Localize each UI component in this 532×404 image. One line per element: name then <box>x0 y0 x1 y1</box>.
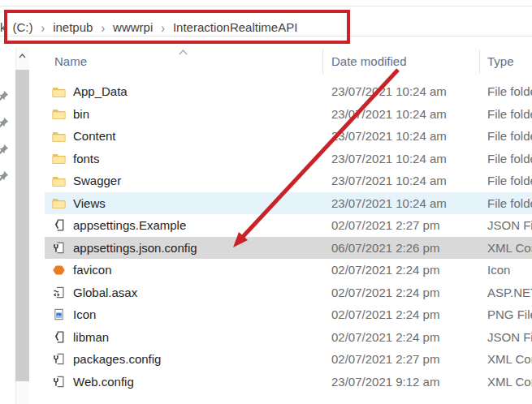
scrollbar-thumb[interactable] <box>15 70 29 381</box>
aspnet-icon <box>51 286 66 299</box>
file-date-modified: 02/07/2021 2:24 pm <box>331 263 487 277</box>
folder-icon <box>51 152 66 165</box>
file-row[interactable]: Web.config23/07/2021 9:12 amXML Configur… <box>45 371 532 393</box>
file-type: File folder <box>487 107 532 121</box>
file-type: Icon <box>487 263 532 277</box>
file-date-modified: 23/07/2021 10:24 am <box>331 152 487 165</box>
json-icon <box>51 219 66 232</box>
file-name: favicon <box>73 263 112 277</box>
file-row[interactable]: Swagger23/07/2021 10:24 amFile folder <box>45 170 532 192</box>
file-row[interactable]: appsettings.json.config06/07/2021 2:26 p… <box>45 237 532 260</box>
file-row[interactable]: packages.config02/07/2021 2:27 pmXML Con… <box>45 348 532 371</box>
file-name: Web.config <box>73 375 134 389</box>
list-header: Name Date modified Type <box>45 47 532 76</box>
file-name: Global.asax <box>73 286 137 299</box>
file-date-modified: 06/07/2021 2:26 pm <box>331 241 487 255</box>
file-row[interactable]: Global.asax02/07/2021 2:24 pmASP.NET Ser… <box>45 282 532 304</box>
file-type: JSON File <box>487 218 532 232</box>
file-date-modified: 02/07/2021 2:24 pm <box>331 330 487 344</box>
file-type: ASP.NET Server Application <box>487 286 532 299</box>
config-icon <box>51 241 66 254</box>
breadcrumb-item[interactable]: inetpub <box>53 20 93 34</box>
column-separator[interactable] <box>479 49 480 74</box>
folder-icon <box>51 130 66 143</box>
folder-icon <box>51 107 66 120</box>
toolbar-divider <box>0 6 532 6</box>
pushpin-icon <box>0 117 9 129</box>
column-separator[interactable] <box>322 49 323 74</box>
file-row[interactable]: favicon02/07/2021 2:24 pmIcon <box>45 259 532 282</box>
config-icon <box>51 375 66 388</box>
file-date-modified: 02/07/2021 2:24 pm <box>331 307 487 321</box>
file-date-modified: 23/07/2021 10:24 am <box>331 107 487 121</box>
column-header-name[interactable]: Name <box>54 54 87 68</box>
file-name: appsettings.Example <box>73 218 186 232</box>
file-type: XML Configuration File <box>487 352 532 366</box>
file-name: fonts <box>73 152 100 165</box>
folder-icon <box>51 196 66 209</box>
breadcrumb-clipped-text: k <box>0 20 6 34</box>
breadcrumb-item[interactable]: InteractionRealtimeAPI <box>173 20 297 34</box>
file-type: XML Configuration File <box>487 375 532 389</box>
file-name: bin <box>73 107 89 121</box>
file-name: App_Data <box>73 84 128 98</box>
file-row[interactable]: Icon02/07/2021 2:24 pmPNG File <box>45 303 532 326</box>
pushpin-icon <box>0 90 9 102</box>
scroll-up-arrow-icon[interactable] <box>15 49 29 63</box>
file-type: File folder <box>487 174 532 187</box>
folder-icon <box>51 174 66 187</box>
file-name: Content <box>73 129 116 143</box>
breadcrumb-separator-icon: › <box>161 19 165 35</box>
file-type: File folder <box>487 129 532 143</box>
file-name: Views <box>73 196 106 210</box>
file-type: JSON File <box>487 330 532 344</box>
file-date-modified: 23/07/2021 10:24 am <box>331 196 487 210</box>
file-name: appsettings.json.config <box>73 241 197 255</box>
breadcrumb-separator-icon: › <box>41 19 45 35</box>
pushpin-icon <box>0 170 9 183</box>
file-row[interactable]: appsettings.Example02/07/2021 2:27 pmJSO… <box>45 214 532 237</box>
file-type: PNG File <box>487 307 532 321</box>
hexagon-icon <box>51 264 66 277</box>
breadcrumb-item[interactable]: (C:) <box>13 20 33 34</box>
file-name: Swagger <box>73 174 121 187</box>
file-row[interactable]: fonts23/07/2021 10:24 amFile folder <box>45 148 532 170</box>
image-icon <box>51 308 66 321</box>
file-type: File folder <box>487 196 532 210</box>
folder-icon <box>51 85 66 98</box>
file-row[interactable]: bin23/07/2021 10:24 amFile folder <box>45 103 532 126</box>
file-date-modified: 02/07/2021 2:24 pm <box>331 286 487 299</box>
file-row[interactable]: libman02/07/2021 2:24 pmJSON File <box>45 326 532 349</box>
file-date-modified: 23/07/2021 10:24 am <box>331 174 487 187</box>
breadcrumb: k (C:)›inetpub›wwwrpi›InteractionRealtim… <box>0 11 297 42</box>
file-type: File folder <box>487 84 532 98</box>
file-date-modified: 23/07/2021 10:24 am <box>331 84 487 98</box>
config-icon <box>51 353 66 366</box>
file-date-modified: 23/07/2021 9:12 am <box>331 375 487 389</box>
column-header-date-modified[interactable]: Date modified <box>331 54 407 68</box>
file-name: packages.config <box>73 352 161 366</box>
pushpin-icon <box>0 144 9 156</box>
file-type: File folder <box>487 152 532 165</box>
file-date-modified: 23/07/2021 10:24 am <box>331 129 487 143</box>
file-row[interactable]: Views23/07/2021 10:24 amFile folder <box>45 192 532 215</box>
json-icon <box>51 330 66 343</box>
file-row[interactable]: App_Data23/07/2021 10:24 amFile folder <box>45 80 532 103</box>
file-name: libman <box>73 330 109 344</box>
file-row[interactable]: Content23/07/2021 10:24 amFile folder <box>45 125 532 148</box>
breadcrumb-item[interactable]: wwwrpi <box>113 20 153 34</box>
breadcrumb-separator-icon: › <box>101 19 105 35</box>
sort-ascending-icon <box>179 44 188 58</box>
file-list: App_Data23/07/2021 10:24 amFile folderbi… <box>45 80 532 393</box>
file-type: XML Configuration File <box>487 241 532 255</box>
file-date-modified: 02/07/2021 2:27 pm <box>331 352 487 366</box>
file-date-modified: 02/07/2021 2:27 pm <box>331 218 487 232</box>
column-header-type[interactable]: Type <box>487 54 514 68</box>
file-name: Icon <box>73 307 96 321</box>
